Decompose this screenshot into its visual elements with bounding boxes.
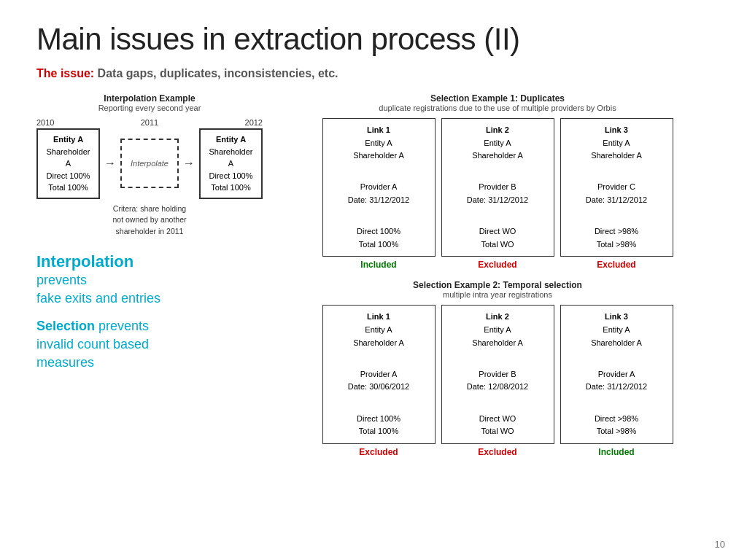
ex2-l3-l3: Shareholder A <box>568 337 665 350</box>
issue-label: The issue: <box>36 67 94 79</box>
ex1-l1-l5: Provider A <box>330 181 427 194</box>
year-2011: 2011 <box>120 118 179 127</box>
ex1-l2-l9: Total WO <box>449 238 546 252</box>
example1-section: Selection Example 1: Duplicates duplicat… <box>285 93 711 270</box>
ex1-l2-title: Link 2 <box>449 124 546 137</box>
slide-title: Main issues in extraction process (II) <box>36 22 711 57</box>
ex1-l3-status: Excluded <box>560 260 673 270</box>
year-2012: 2012 <box>204 118 263 127</box>
ex2-l2-l3: Shareholder A <box>449 337 546 350</box>
entity-box1-l2: Shareholder A <box>44 146 93 170</box>
ex1-l2-l2: Entity A <box>449 137 546 150</box>
arrow-1: → <box>104 157 116 170</box>
example1-links-row: Link 1 Entity A Shareholder A Provider A… <box>285 118 711 270</box>
interp-example-title: Interpolation Example <box>36 93 263 104</box>
ex2-l3-spacer2 <box>568 397 665 410</box>
selection-line: Selection prevents invalid count based m… <box>36 317 263 373</box>
issue-text: Data gaps, duplicates, inconsistencies, … <box>98 67 338 79</box>
interpolation-example: Interpolation Example Reporting every se… <box>36 93 263 238</box>
timeline-boxes: Entity A Shareholder A Direct 100% Total… <box>36 128 263 199</box>
ex1-l2-l3: Shareholder A <box>449 149 546 163</box>
ex1-l2-l6: Date: 31/12/2012 <box>449 194 546 207</box>
ex2-l1-l9: Total 100% <box>330 425 427 438</box>
ex2-l3-l2: Entity A <box>568 324 665 337</box>
example2-section: Selection Example 2: Temporal selection … <box>285 280 711 456</box>
entity-box-1: Entity A Shareholder A Direct 100% Total… <box>36 128 100 199</box>
selection-label: Selection <box>36 319 95 333</box>
ex2-l1-spacer <box>330 352 427 365</box>
ex2-l2-spacer <box>449 352 546 365</box>
ex1-l3-l2: Entity A <box>568 137 665 150</box>
ex2-l1-l3: Shareholder A <box>330 337 427 350</box>
ex1-l1-l6: Date: 31/12/2012 <box>330 194 427 207</box>
entity-box1-l4: Total 100% <box>44 182 93 194</box>
example1-link3-box: Link 3 Entity A Shareholder A Provider C… <box>560 118 673 257</box>
ex2-l1-l5: Provider A <box>330 368 427 381</box>
example2-subtitle: multiple intra year registrations <box>285 290 711 299</box>
slide-number: 10 <box>715 539 725 550</box>
ex1-l2-spacer <box>449 166 546 179</box>
ex1-l1-l9: Total 100% <box>330 238 427 252</box>
ex1-l1-l8: Direct 100% <box>330 225 427 238</box>
ex1-l1-l3: Shareholder A <box>330 149 427 163</box>
ex2-l1-title: Link 1 <box>330 311 427 324</box>
entity-box1-title: Entity A <box>44 133 93 146</box>
issue-line: The issue: Data gaps, duplicates, incons… <box>36 67 711 80</box>
ex2-l3-l8: Direct >98% <box>568 413 665 426</box>
year-2010: 2010 <box>36 118 95 127</box>
ex1-l1-l2: Entity A <box>330 137 427 150</box>
ex2-l2-spacer2 <box>449 397 546 410</box>
ex1-l3-spacer <box>568 166 665 179</box>
example1-link3-col: Link 3 Entity A Shareholder A Provider C… <box>560 118 673 270</box>
interpolation-label: Interpolation <box>36 252 133 271</box>
ex2-l3-title: Link 3 <box>568 311 665 324</box>
example1-link2-box: Link 2 Entity A Shareholder A Provider B… <box>441 118 554 257</box>
ex2-l2-l2: Entity A <box>449 324 546 337</box>
ex2-l2-l5: Provider B <box>449 368 546 381</box>
ex2-l3-l5: Provider A <box>568 368 665 381</box>
entity-box1-l3: Direct 100% <box>44 170 93 182</box>
ex2-l2-status: Excluded <box>441 447 554 457</box>
example2-title: Selection Example 2: Temporal selection <box>285 280 711 290</box>
ex1-l2-l8: Direct WO <box>449 225 546 238</box>
example2-link1-col: Link 1 Entity A Shareholder A Provider A… <box>322 305 436 456</box>
ex2-l3-spacer <box>568 352 665 365</box>
right-column: Selection Example 1: Duplicates duplicat… <box>285 93 711 467</box>
ex2-l1-spacer2 <box>330 397 427 410</box>
ex2-l1-l8: Direct 100% <box>330 413 427 426</box>
ex1-l1-status: Included <box>322 260 436 270</box>
example1-link1-box: Link 1 Entity A Shareholder A Provider A… <box>322 118 436 257</box>
entity-box3-l3: Direct 100% <box>206 170 255 182</box>
entity-box3-title: Entity A <box>206 133 255 146</box>
ex1-l2-l5: Provider B <box>449 181 546 194</box>
entity-box3-l4: Total 100% <box>206 182 255 194</box>
ex1-l1-spacer2 <box>330 210 427 223</box>
left-column: Interpolation Example Reporting every se… <box>36 93 263 467</box>
example2-link2-col: Link 2 Entity A Shareholder A Provider B… <box>441 305 554 456</box>
ex1-l3-title: Link 3 <box>568 124 665 137</box>
ex1-l3-l6: Date: 31/12/2012 <box>568 194 665 207</box>
arrow-2: → <box>183 157 195 170</box>
ex1-l3-l9: Total >98% <box>568 238 665 252</box>
example2-link3-box: Link 3 Entity A Shareholder A Provider A… <box>560 305 673 443</box>
example1-link1-col: Link 1 Entity A Shareholder A Provider A… <box>322 118 436 270</box>
ex2-l3-status: Included <box>560 447 673 457</box>
ex1-l2-spacer2 <box>449 210 546 223</box>
example2-link3-col: Link 3 Entity A Shareholder A Provider A… <box>560 305 673 456</box>
ex2-l2-l6: Date: 12/08/2012 <box>449 381 546 394</box>
ex2-l2-l8: Direct WO <box>449 413 546 426</box>
ex1-l1-title: Link 1 <box>330 124 427 137</box>
interp-body-text: prevents fake exits and entries <box>36 271 263 308</box>
ex2-l1-l6: Date: 30/06/2012 <box>330 381 427 394</box>
entity-box3-l2: Shareholder A <box>206 146 255 170</box>
ex2-l3-l6: Date: 31/12/2012 <box>568 381 665 394</box>
ex2-l2-title: Link 2 <box>449 311 546 324</box>
entity-box-dashed: Interpolate <box>120 139 179 188</box>
example1-title: Selection Example 1: Duplicates <box>285 93 711 104</box>
ex2-l1-status: Excluded <box>322 447 436 457</box>
interpolation-section: Interpolation prevents fake exits and en… <box>36 252 263 372</box>
slide: Main issues in extraction process (II) T… <box>0 0 747 560</box>
ex2-l3-l9: Total >98% <box>568 425 665 438</box>
example1-link2-col: Link 2 Entity A Shareholder A Provider B… <box>441 118 554 270</box>
ex1-l3-l3: Shareholder A <box>568 149 665 163</box>
